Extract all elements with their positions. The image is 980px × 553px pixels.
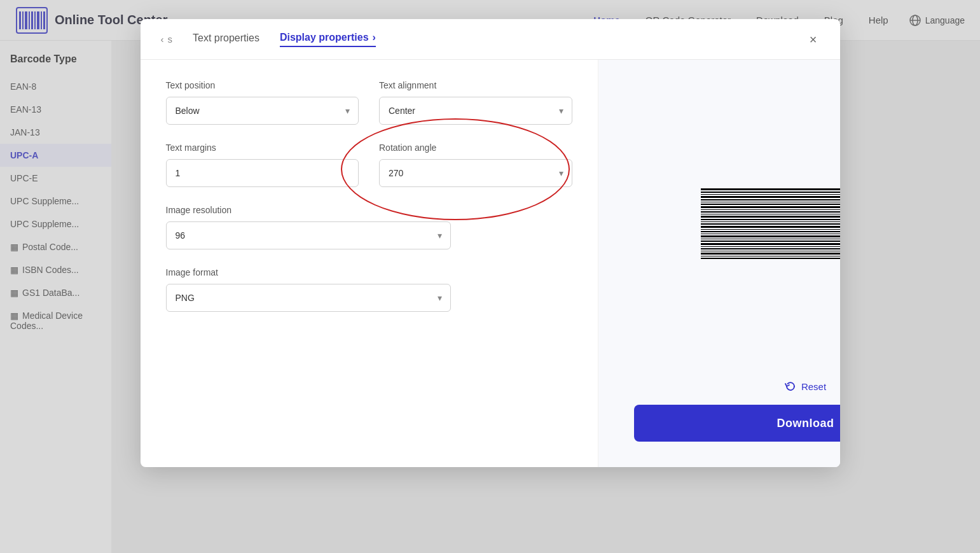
reset-icon — [785, 381, 796, 392]
svg-rect-26 — [701, 226, 840, 228]
image-resolution-label: Image resolution — [166, 205, 451, 215]
svg-rect-20 — [701, 241, 840, 242]
modal-body: Text position Below Above None Text alig… — [141, 60, 840, 467]
tab-text-properties[interactable]: Text properties — [193, 32, 259, 46]
svg-rect-35 — [701, 204, 840, 205]
modal-overlay: ‹ s Text properties Display properties ›… — [0, 0, 980, 553]
text-margins-input[interactable] — [166, 159, 359, 187]
form-row-1: Text position Below Above None Text alig… — [166, 80, 572, 125]
svg-rect-27 — [701, 223, 840, 225]
svg-rect-22 — [701, 235, 840, 237]
svg-rect-14 — [701, 256, 840, 256]
svg-rect-41 — [701, 188, 840, 190]
svg-rect-37 — [701, 199, 840, 200]
image-format-group: Image format PNG JPEG SVG BMP — [166, 267, 451, 312]
svg-rect-13 — [701, 258, 840, 259]
svg-rect-33 — [701, 209, 840, 210]
svg-rect-21 — [701, 239, 840, 239]
svg-rect-23 — [701, 234, 840, 234]
svg-rect-39 — [701, 194, 840, 195]
image-resolution-wrapper: 72 96 150 300 — [166, 221, 451, 249]
svg-rect-38 — [701, 196, 840, 198]
image-format-select[interactable]: PNG JPEG SVG BMP — [166, 284, 451, 312]
rotation-angle-select[interactable]: 0 90 180 270 — [379, 159, 572, 187]
rotation-angle-label: Rotation angle — [379, 143, 572, 153]
svg-rect-18 — [701, 246, 840, 247]
reset-button[interactable]: Reset — [785, 381, 826, 392]
svg-rect-28 — [701, 221, 840, 222]
svg-rect-36 — [701, 202, 840, 202]
download-button[interactable]: Download — [634, 405, 840, 442]
download-section: Download — [614, 392, 840, 457]
svg-rect-34 — [701, 206, 840, 208]
svg-rect-25 — [701, 229, 840, 230]
text-position-wrapper: Below Above None — [166, 97, 359, 125]
svg-rect-15 — [701, 253, 840, 255]
text-position-label: Text position — [166, 80, 359, 90]
text-alignment-label: Text alignment — [379, 80, 572, 90]
svg-rect-29 — [701, 219, 840, 220]
image-format-wrapper: PNG JPEG SVG BMP — [166, 284, 451, 312]
tab-prev[interactable]: ‹ s — [161, 34, 173, 45]
text-margins-group: Text margins — [166, 143, 359, 187]
tab-text-label: Text properties — [193, 32, 259, 44]
barcode-preview-panel: 614141999996 Reset Download — [598, 60, 840, 467]
chevron-right-icon: › — [373, 32, 376, 43]
modal-tabs: ‹ s Text properties Display properties ›… — [141, 19, 840, 60]
rotation-angle-wrapper: 0 90 180 270 — [379, 159, 572, 187]
text-alignment-select[interactable]: Center Left Right — [379, 97, 572, 125]
svg-rect-16 — [701, 251, 840, 251]
reset-label: Reset — [801, 381, 826, 392]
text-alignment-group: Text alignment Center Left Right — [379, 80, 572, 125]
text-alignment-wrapper: Center Left Right — [379, 97, 572, 125]
text-margins-label: Text margins — [166, 143, 359, 153]
svg-rect-17 — [701, 248, 840, 249]
svg-rect-30 — [701, 216, 840, 218]
text-position-select[interactable]: Below Above None — [166, 97, 359, 125]
text-position-group: Text position Below Above None — [166, 80, 359, 125]
svg-rect-31 — [701, 214, 840, 214]
image-format-label: Image format — [166, 267, 451, 277]
svg-rect-24 — [701, 231, 840, 232]
close-button[interactable]: × — [807, 31, 820, 48]
tab-display-properties[interactable]: Display properties › — [280, 32, 376, 47]
tab-display-label: Display properties — [280, 32, 369, 43]
image-resolution-group: Image resolution 72 96 150 300 — [166, 205, 451, 249]
image-resolution-select[interactable]: 72 96 150 300 — [166, 221, 451, 249]
chevron-left-icon: ‹ — [161, 34, 164, 45]
svg-rect-32 — [701, 211, 840, 213]
modal: ‹ s Text properties Display properties ›… — [141, 19, 840, 467]
form-row-2: Text margins Rotation angle 0 90 180 270 — [166, 143, 572, 187]
svg-rect-19 — [701, 243, 840, 245]
modal-form: Text position Below Above None Text alig… — [141, 60, 598, 467]
svg-rect-40 — [701, 192, 840, 193]
barcode-preview: 614141999996 — [614, 75, 840, 373]
tab-prev-label: s — [168, 34, 173, 45]
rotation-angle-group: Rotation angle 0 90 180 270 — [379, 143, 572, 187]
barcode-image: 614141999996 — [701, 186, 840, 262]
